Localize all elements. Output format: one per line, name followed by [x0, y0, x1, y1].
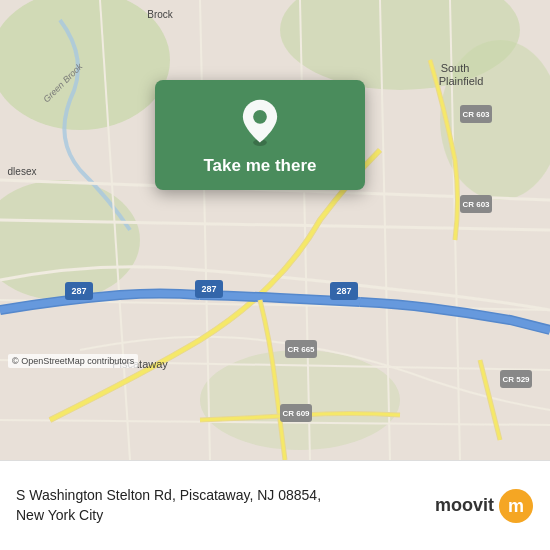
svg-text:CR 609: CR 609: [282, 409, 310, 418]
svg-text:287: 287: [201, 284, 216, 294]
svg-text:287: 287: [336, 286, 351, 296]
popup-label: Take me there: [203, 156, 316, 176]
address-text: S Washington Stelton Rd, Piscataway, NJ …: [16, 486, 423, 525]
osm-attribution: © OpenStreetMap contributors: [8, 354, 138, 368]
svg-text:CR 529: CR 529: [502, 375, 530, 384]
map-svg: 287 287 287 CR 665 CR 603 CR 603 CR 529 …: [0, 0, 550, 460]
svg-text:Plainfield: Plainfield: [439, 75, 484, 87]
moovit-logo: moovit m: [435, 488, 534, 524]
moovit-icon-svg: m: [498, 488, 534, 524]
popup-card[interactable]: Take me there: [155, 80, 365, 190]
map-container: 287 287 287 CR 665 CR 603 CR 603 CR 529 …: [0, 0, 550, 460]
svg-text:Brock: Brock: [147, 9, 174, 20]
location-pin-icon: [236, 98, 284, 146]
svg-text:CR 603: CR 603: [462, 110, 490, 119]
bottom-bar: S Washington Stelton Rd, Piscataway, NJ …: [0, 460, 550, 550]
svg-text:CR 603: CR 603: [462, 200, 490, 209]
svg-text:m: m: [508, 496, 524, 516]
svg-text:South: South: [441, 62, 470, 74]
svg-text:dlesex: dlesex: [8, 166, 37, 177]
svg-text:287: 287: [71, 286, 86, 296]
svg-point-39: [253, 110, 267, 124]
moovit-wordmark: moovit: [435, 495, 494, 516]
svg-text:CR 665: CR 665: [287, 345, 315, 354]
address-block: S Washington Stelton Rd, Piscataway, NJ …: [16, 486, 423, 525]
